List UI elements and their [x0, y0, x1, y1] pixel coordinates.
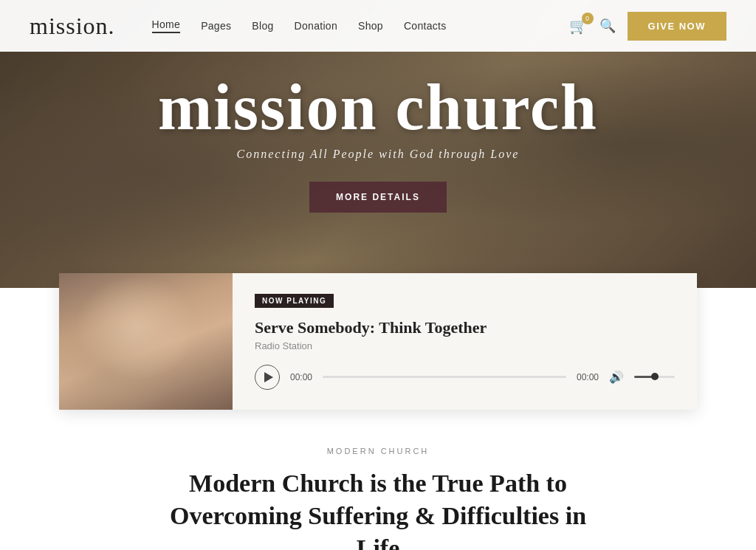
now-playing-badge: NOW PLAYING [255, 294, 334, 308]
audio-thumb-image [59, 273, 233, 410]
header-actions: 🛒 0 🔍 GIVE NOW [569, 12, 726, 41]
bottom-section: MODERN CHURCH Modern Church is the True … [0, 410, 756, 550]
audio-content: NOW PLAYING Serve Somebody: Think Togeth… [233, 273, 697, 410]
nav-contacts[interactable]: Contacts [404, 20, 447, 32]
volume-slider[interactable] [634, 376, 675, 378]
cart-icon[interactable]: 🛒 0 [569, 17, 588, 35]
play-icon [264, 372, 273, 382]
hero-content: mission church Connecting All People wit… [120, 75, 636, 213]
hero-title: mission church [120, 75, 636, 140]
nav-blog[interactable]: Blog [252, 20, 273, 32]
section-title: Modern Church is the True Path to Overco… [157, 467, 599, 550]
audio-thumbnail [59, 273, 233, 410]
audio-player-section: NOW PLAYING Serve Somebody: Think Togeth… [59, 273, 697, 410]
nav-shop[interactable]: Shop [358, 20, 383, 32]
audio-title: Serve Somebody: Think Together [255, 318, 675, 337]
volume-thumb [651, 373, 659, 380]
nav-home[interactable]: Home [152, 18, 181, 33]
nav-donation[interactable]: Donation [295, 20, 337, 32]
search-icon[interactable]: 🔍 [599, 18, 616, 34]
time-total: 00:00 [577, 372, 599, 382]
volume-icon[interactable]: 🔊 [609, 370, 624, 384]
more-details-button[interactable]: MORE DETAILS [309, 182, 447, 213]
section-label: MODERN CHURCH [59, 447, 697, 456]
main-nav: Home Pages Blog Donation Shop Contacts [152, 18, 569, 33]
play-button[interactable] [255, 365, 280, 390]
nav-pages[interactable]: Pages [201, 20, 231, 32]
audio-subtitle: Radio Station [255, 340, 675, 351]
cart-badge: 0 [582, 13, 594, 24]
header: mission. Home Pages Blog Donation Shop C… [0, 0, 756, 52]
audio-controls: 00:00 00:00 🔊 [255, 365, 675, 390]
hero-subtitle: Connecting All People with God through L… [120, 148, 636, 161]
time-current: 00:00 [290, 372, 312, 382]
progress-bar[interactable] [323, 376, 566, 378]
logo[interactable]: mission. [30, 13, 115, 40]
give-now-button[interactable]: GIVE NOW [628, 12, 726, 41]
